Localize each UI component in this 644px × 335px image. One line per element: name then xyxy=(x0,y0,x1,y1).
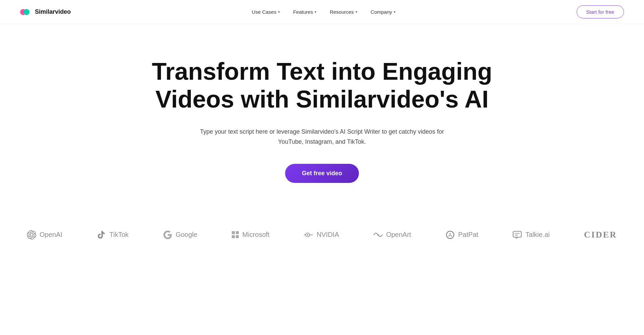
svg-point-4 xyxy=(377,234,379,236)
tiktok-label: TikTok xyxy=(109,231,128,239)
svg-point-1 xyxy=(307,234,308,236)
microsoft-label: Microsoft xyxy=(243,231,270,239)
logo[interactable]: Similarvideo xyxy=(20,6,71,18)
microsoft-icon xyxy=(232,231,239,239)
navbar: Similarvideo Use Cases ▾ Features ▾ Reso… xyxy=(0,0,644,24)
chevron-down-icon: ▾ xyxy=(356,10,357,14)
svg-point-6 xyxy=(449,233,451,234)
talkieai-icon xyxy=(513,230,522,240)
nav-resources[interactable]: Resources ▾ xyxy=(330,9,357,15)
tiktok-logo: TikTok xyxy=(97,230,128,240)
talkieai-label: Talkie.ai xyxy=(525,231,549,239)
nav-features[interactable]: Features ▾ xyxy=(293,9,316,15)
nvidia-icon xyxy=(304,230,313,240)
patpat-logo: PatPat xyxy=(445,230,478,240)
openai-label: OpenAI xyxy=(40,231,62,239)
openart-label: OpenArt xyxy=(386,231,411,239)
get-free-video-button[interactable]: Get free video xyxy=(285,164,359,183)
talkieai-logo: Talkie.ai xyxy=(513,230,549,240)
nav-resources-label: Resources xyxy=(330,9,354,15)
nav-company-label: Company xyxy=(371,9,392,15)
google-label: Google xyxy=(176,231,198,239)
tiktok-icon xyxy=(97,230,106,240)
logo-icon xyxy=(20,6,32,18)
nav-company[interactable]: Company ▾ xyxy=(371,9,395,15)
patpat-label: PatPat xyxy=(458,231,478,239)
nvidia-label: NVIDIA xyxy=(317,231,339,239)
openai-logo: OpenAI xyxy=(27,230,62,240)
chevron-down-icon: ▾ xyxy=(394,10,395,14)
hero-subtitle: Type your text script here or leverage S… xyxy=(195,127,449,147)
nav-features-label: Features xyxy=(293,9,313,15)
microsoft-logo: Microsoft xyxy=(232,231,270,239)
hero-title: Transform Text into Engaging Videos with… xyxy=(138,58,506,113)
hero-section: Transform Text into Engaging Videos with… xyxy=(0,24,644,210)
patpat-icon xyxy=(445,230,455,240)
nav-use-cases-label: Use Cases xyxy=(252,9,276,15)
chevron-down-icon: ▾ xyxy=(315,10,316,14)
nav-use-cases[interactable]: Use Cases ▾ xyxy=(252,9,280,15)
start-free-button[interactable]: Start for free xyxy=(577,5,624,18)
openart-logo: OpenArt xyxy=(373,230,411,240)
svg-point-5 xyxy=(446,231,454,239)
logo-text: Similarvideo xyxy=(35,8,71,15)
logo-circle-green xyxy=(23,9,30,15)
cider-logo: CIDER xyxy=(584,230,617,240)
cider-label: CIDER xyxy=(584,230,617,240)
svg-rect-7 xyxy=(513,231,522,237)
logos-section: OpenAI TikTok Google Microsoft xyxy=(0,210,644,260)
google-logo: Google xyxy=(163,230,198,240)
openai-icon xyxy=(27,230,36,240)
nav-links: Use Cases ▾ Features ▾ Resources ▾ Compa… xyxy=(252,9,395,15)
openart-icon xyxy=(373,230,383,240)
google-icon xyxy=(163,230,172,240)
nvidia-logo: NVIDIA xyxy=(304,230,339,240)
chevron-down-icon: ▾ xyxy=(278,10,280,14)
